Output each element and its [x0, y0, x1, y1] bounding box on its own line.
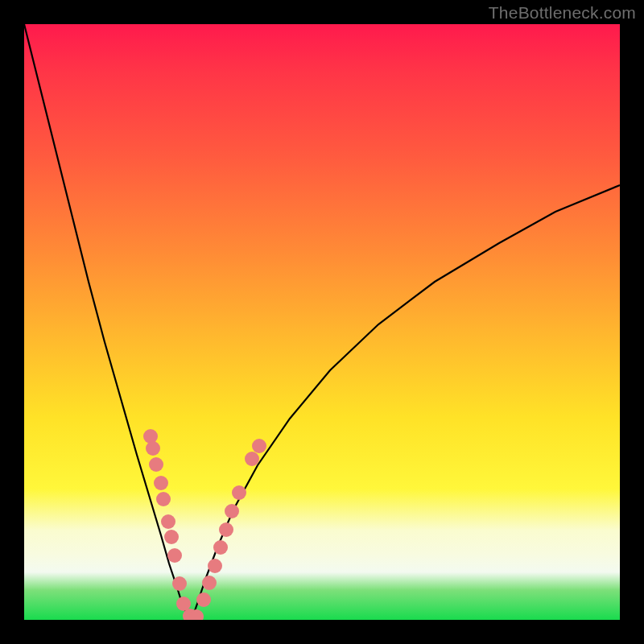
watermark-text: TheBottleneck.com — [489, 3, 636, 23]
curve-right — [192, 185, 620, 620]
scatter-dot — [219, 522, 233, 537]
scatter-dot — [202, 576, 217, 590]
scatter-dot — [213, 540, 228, 555]
scatter-dot — [156, 492, 171, 506]
scatter-dot — [245, 452, 259, 466]
scatter-dot — [161, 514, 175, 529]
scatter-dot — [172, 576, 187, 591]
outer-frame: TheBottleneck.com — [0, 0, 644, 644]
scatter-dot — [146, 441, 160, 456]
scatter-dot — [208, 559, 222, 573]
scatter-dots — [143, 429, 266, 620]
scatter-dot — [143, 429, 158, 444]
scatter-dot — [196, 592, 211, 607]
scatter-dot — [164, 530, 179, 544]
scatter-dot — [252, 439, 266, 453]
scatter-dot — [225, 504, 239, 518]
scatter-dot — [232, 485, 246, 500]
plot-area — [24, 24, 620, 620]
scatter-dot — [149, 457, 163, 472]
scatter-dot — [154, 476, 168, 490]
chart-svg — [24, 24, 620, 620]
scatter-dot — [167, 548, 182, 563]
curve-left — [24, 24, 192, 620]
